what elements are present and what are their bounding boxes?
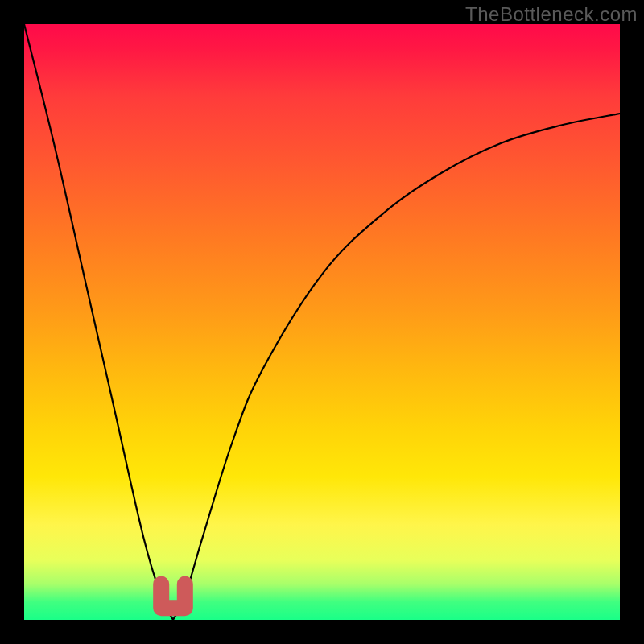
bottleneck-curve	[24, 24, 620, 620]
watermark-text: TheBottleneck.com	[465, 3, 638, 26]
minimum-marker	[161, 584, 185, 609]
plot-area	[24, 24, 620, 620]
curve-layer	[24, 24, 620, 620]
chart-canvas: TheBottleneck.com	[0, 0, 644, 644]
